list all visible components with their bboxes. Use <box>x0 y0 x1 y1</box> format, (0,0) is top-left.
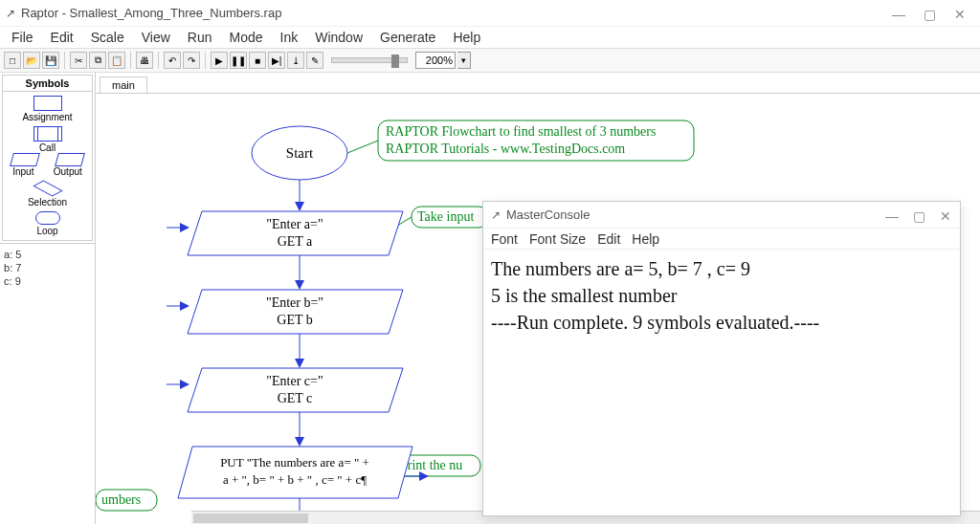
tool-undo[interactable]: ↶ <box>164 52 181 69</box>
symbol-input[interactable] <box>11 153 38 166</box>
input-a-l1: "Enter a=" <box>266 217 323 231</box>
toolbar-sep3 <box>158 52 159 69</box>
toolbar: □ 📂 💾 ✂ ⧉ 📋 🖶 ↶ ↷ ▶ ❚❚ ■ ▶| ⤓ ✎ 200% ▾ <box>0 48 980 73</box>
symbol-call[interactable] <box>3 126 92 142</box>
var-c: c: 9 <box>4 274 91 288</box>
mc-output: The numbers are a= 5, b= 7 , c= 9 5 is t… <box>483 250 960 341</box>
symbols-panel: Symbols Assignment Call Input Output Sel… <box>2 75 93 241</box>
mc-maximize[interactable]: ▢ <box>912 208 925 222</box>
symbol-assignment-label: Assignment <box>3 112 92 122</box>
menu-view[interactable]: View <box>134 28 178 47</box>
tool-play[interactable]: ▶ <box>211 52 228 69</box>
mc-minimize[interactable]: — <box>885 208 899 222</box>
symbol-call-label: Call <box>3 142 92 153</box>
app-icon: ↗ <box>6 7 15 20</box>
menu-ink[interactable]: Ink <box>273 28 306 47</box>
annotation-header-line1: RAPTOR Flowchart to find smallest of 3 n… <box>386 124 656 139</box>
window-controls: — ▢ ✕ <box>892 7 967 20</box>
input-a-l2: GET a <box>278 234 313 249</box>
menu-window[interactable]: Window <box>307 28 370 47</box>
tool-redo[interactable]: ↷ <box>183 52 200 69</box>
menu-mode[interactable]: Mode <box>222 28 271 47</box>
svg-marker-2 <box>180 223 189 232</box>
input-b-l1: "Enter b=" <box>266 295 323 310</box>
mc-menu-fontsize[interactable]: Font Size <box>529 231 586 247</box>
input-c-l2: GET c <box>278 391 313 405</box>
mc-menu-font[interactable]: Font <box>491 231 518 247</box>
menu-generate[interactable]: Generate <box>372 28 443 47</box>
sidebar: Symbols Assignment Call Input Output Sel… <box>0 73 96 524</box>
tool-open[interactable]: 📂 <box>23 52 40 69</box>
mc-line-2: 5 is the smallest number <box>491 282 952 309</box>
zoom-dropdown[interactable]: ▾ <box>457 52 471 69</box>
tool-step[interactable]: ▶| <box>268 52 285 69</box>
tab-main[interactable]: main <box>100 76 147 93</box>
symbol-output-label: Output <box>54 166 82 177</box>
svg-marker-10 <box>180 380 189 389</box>
menu-edit[interactable]: Edit <box>43 28 81 47</box>
annotation-takeinput: Take input <box>417 209 474 224</box>
tool-copy[interactable]: ⧉ <box>89 52 106 69</box>
zoom-level[interactable]: 200% <box>415 52 456 69</box>
tool-paste[interactable]: 📋 <box>108 52 125 69</box>
toolbar-sep2 <box>130 52 131 69</box>
tool-pause[interactable]: ❚❚ <box>230 52 247 69</box>
menu-scale[interactable]: Scale <box>83 28 132 47</box>
minimize-button[interactable]: — <box>892 7 905 20</box>
tool-stop[interactable]: ■ <box>249 52 266 69</box>
var-a: a: 5 <box>4 248 91 261</box>
mc-menubar: Font Font Size Edit Help <box>483 229 960 250</box>
tool-pen[interactable]: ✎ <box>306 52 323 69</box>
mc-line-3: ----Run complete. 9 symbols evaluated.--… <box>491 309 952 336</box>
tool-new[interactable]: □ <box>4 52 21 69</box>
symbol-selection-label: Selection <box>3 197 92 207</box>
h-scroll-thumb[interactable] <box>193 513 308 523</box>
toolbar-sep1 <box>64 52 65 69</box>
mc-menu-help[interactable]: Help <box>632 231 659 247</box>
mc-line-1: The numbers are a= 5, b= 7 , c= 9 <box>491 255 952 282</box>
annotation-numbers: umbers <box>101 492 141 507</box>
var-b: b: 7 <box>4 261 91 274</box>
svg-marker-12 <box>295 437 304 447</box>
svg-marker-8 <box>295 359 304 368</box>
zoom-slider-thumb[interactable] <box>391 55 399 68</box>
annotation-print: Print the nu <box>400 458 462 472</box>
masterconsole-window[interactable]: ↗ MasterConsole — ▢ ✕ Font Font Size Edi… <box>482 201 961 516</box>
zoom-slider[interactable] <box>331 57 408 63</box>
tool-print[interactable]: 🖶 <box>136 52 153 69</box>
menu-run[interactable]: Run <box>180 28 220 47</box>
menu-file[interactable]: File <box>4 28 41 47</box>
symbol-loop-label: Loop <box>3 226 92 236</box>
put-l2: a + ", b= " + b + " , c= " + c¶ <box>223 472 367 487</box>
mc-menu-edit[interactable]: Edit <box>597 231 620 247</box>
put-l1: PUT "The numbers are a= " + <box>220 455 369 469</box>
mc-title: MasterConsole <box>506 207 590 222</box>
toolbar-sep4 <box>205 52 206 69</box>
mc-titlebar[interactable]: ↗ MasterConsole — ▢ ✕ <box>483 202 960 229</box>
annotation-header-line2: RAPTOR Tutorials - www.TestingDocs.com <box>386 142 625 156</box>
tool-step2[interactable]: ⤓ <box>287 52 304 69</box>
symbol-loop[interactable] <box>3 211 92 225</box>
symbol-output[interactable] <box>56 153 83 166</box>
mc-close[interactable]: ✕ <box>939 208 952 222</box>
close-button[interactable]: ✕ <box>953 7 967 20</box>
input-c-l1: "Enter c=" <box>266 374 323 388</box>
symbol-selection[interactable] <box>3 181 92 196</box>
input-b-l2: GET b <box>277 313 312 327</box>
svg-marker-4 <box>295 280 304 290</box>
variables-panel: a: 5 b: 7 c: 9 <box>0 243 95 524</box>
annotation-header-leader <box>347 141 378 153</box>
tool-save[interactable]: 💾 <box>42 52 59 69</box>
svg-marker-0 <box>295 202 304 211</box>
symbol-input-label: Input <box>12 166 33 177</box>
maximize-button[interactable]: ▢ <box>923 7 936 20</box>
start-label: Start <box>286 145 314 161</box>
main-menubar: File Edit Scale View Run Mode Ink Window… <box>0 27 980 48</box>
symbol-assignment[interactable] <box>3 96 92 111</box>
menu-help[interactable]: Help <box>445 28 488 47</box>
main-titlebar: ↗ Raptor - Smallest_Among_Three_Numbers.… <box>0 0 980 27</box>
mc-app-icon: ↗ <box>491 208 501 222</box>
tab-bar: main <box>96 73 980 94</box>
symbols-header: Symbols <box>3 76 92 92</box>
tool-cut[interactable]: ✂ <box>70 52 87 69</box>
